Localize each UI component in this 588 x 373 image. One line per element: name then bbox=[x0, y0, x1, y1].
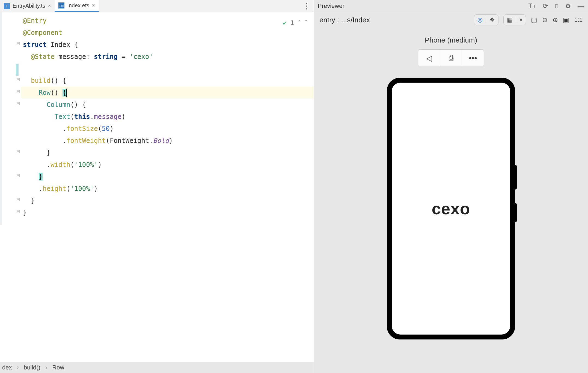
device-label: Phone (medium) bbox=[425, 36, 477, 44]
fold-icon[interactable]: ⊟ bbox=[16, 89, 21, 94]
bc-item[interactable]: build() bbox=[24, 364, 40, 371]
bc-item[interactable]: dex bbox=[2, 364, 12, 371]
code-line: } bbox=[21, 147, 314, 159]
code-line: .fontWeight(FontWeight.Bold) bbox=[21, 135, 314, 147]
fit-icon[interactable]: ▣ bbox=[563, 16, 569, 24]
tab-overflow-icon[interactable]: ⋮ bbox=[303, 1, 310, 10]
gear-icon[interactable]: ⚙ bbox=[565, 2, 571, 10]
chevron-right-icon: › bbox=[17, 364, 19, 371]
refresh-icon[interactable]: ⟳ bbox=[543, 2, 548, 10]
fold-icon[interactable]: ⊟ bbox=[16, 197, 21, 202]
code-line: struct Index { bbox=[21, 39, 314, 51]
device-dropdown[interactable]: ▦ ▾ bbox=[503, 14, 526, 25]
screen-text: cexo bbox=[432, 199, 470, 218]
breadcrumb[interactable]: dex › build() › Row bbox=[0, 362, 314, 373]
previewer-header: Previewer Tᴛ ⟳ ⎍ ⚙ — bbox=[314, 0, 588, 12]
code-line: Text(this.message) bbox=[21, 111, 314, 123]
tab-bar: T EntryAbility.ts × ETS Index.ets × ⋮ bbox=[0, 0, 314, 12]
fold-icon[interactable]: ⊟ bbox=[16, 77, 21, 82]
svg-text:T: T bbox=[6, 4, 8, 8]
fold-icon[interactable]: ⊟ bbox=[16, 41, 21, 46]
code-line: .height('100%') bbox=[21, 183, 314, 195]
grid-icon: ▦ bbox=[504, 15, 516, 25]
check-icon: ✔ bbox=[283, 17, 287, 29]
gutter: ⊟ ⊟ ⊟ ⊟ ⊟ ⊟ ⊟ ⊟ bbox=[0, 12, 21, 362]
close-icon[interactable]: × bbox=[92, 3, 95, 8]
previewer-canvas: Phone (medium) ◁ ⎙ ••• cexo bbox=[314, 28, 588, 373]
fold-icon[interactable]: ⊟ bbox=[16, 209, 21, 214]
crop-icon[interactable]: ▢ bbox=[531, 16, 537, 24]
editor-panel: T EntryAbility.ts × ETS Index.ets × ⋮ ⊟ … bbox=[0, 0, 314, 373]
fold-icon[interactable]: ⊟ bbox=[16, 101, 21, 106]
inspections-widget[interactable]: ✔ 1 ˄ ˅ bbox=[283, 17, 308, 29]
up-arrow-icon[interactable]: ˄ bbox=[298, 17, 301, 29]
code-line: } bbox=[21, 207, 314, 219]
minimize-icon[interactable]: — bbox=[578, 2, 584, 10]
tab-label: Index.ets bbox=[67, 2, 89, 9]
code-line: @Entry bbox=[21, 15, 314, 27]
zoom-out-icon[interactable]: ⊖ bbox=[542, 16, 548, 24]
chevron-down-icon: ▾ bbox=[516, 15, 526, 25]
ts-file-icon: T bbox=[4, 3, 10, 9]
fold-icon[interactable]: ⊟ bbox=[16, 149, 21, 154]
svg-text:ETS: ETS bbox=[59, 4, 64, 7]
previewer-title: Previewer bbox=[318, 2, 345, 10]
inspect-icon[interactable]: ◎ bbox=[474, 15, 486, 25]
phone-screen[interactable]: cexo bbox=[392, 83, 510, 335]
code-line: build() { bbox=[21, 75, 314, 87]
code-line: Row() { bbox=[21, 87, 314, 99]
previewer-tools: Tᴛ ⟳ ⎍ ⚙ — bbox=[528, 2, 584, 10]
code-line: @Component bbox=[21, 27, 314, 39]
more-icon[interactable]: ••• bbox=[462, 50, 484, 67]
chevron-right-icon: › bbox=[45, 364, 47, 371]
close-icon[interactable]: × bbox=[48, 3, 51, 9]
code-line bbox=[21, 63, 314, 75]
ets-file-icon: ETS bbox=[58, 2, 64, 8]
hint-count: 1 bbox=[290, 17, 294, 29]
fold-icon[interactable]: ⊟ bbox=[16, 173, 21, 178]
zoom-ratio: 1:1 bbox=[574, 16, 583, 23]
text-cursor bbox=[66, 89, 67, 97]
phone-side-button bbox=[514, 165, 517, 189]
code-area[interactable]: ✔ 1 ˄ ˅ @Entry @Component struct Index {… bbox=[21, 12, 314, 362]
code-line: .fontSize(50) bbox=[21, 123, 314, 135]
editor-body: ⊟ ⊟ ⊟ ⊟ ⊟ ⊟ ⊟ ⊟ ✔ 1 ˄ ˅ @Entry @Componen… bbox=[0, 12, 314, 362]
code-line: } bbox=[21, 195, 314, 207]
phone-frame: cexo bbox=[387, 78, 515, 339]
zoom-in-icon[interactable]: ⊕ bbox=[553, 16, 558, 24]
bc-item[interactable]: Row bbox=[52, 364, 64, 371]
layers-icon[interactable]: ❖ bbox=[486, 15, 498, 25]
tab-index[interactable]: ETS Index.ets × bbox=[55, 0, 99, 12]
rotate-icon[interactable]: ⎙ bbox=[440, 50, 462, 67]
previewer-subbar: entry : ...s/Index ◎ ❖ ▦ ▾ ▢ ⊖ ⊕ ▣ 1:1 bbox=[314, 12, 588, 28]
entry-label: entry : ...s/Index bbox=[319, 16, 370, 24]
code-line: } bbox=[21, 171, 314, 183]
code-line: Column() { bbox=[21, 99, 314, 111]
tab-label: EntryAbility.ts bbox=[13, 3, 45, 9]
phone-side-button bbox=[514, 203, 517, 222]
inspect-mode-toggle: ◎ ❖ bbox=[474, 14, 498, 25]
font-size-icon[interactable]: Tᴛ bbox=[528, 2, 536, 10]
back-icon[interactable]: ◁ bbox=[418, 50, 440, 67]
code-line: .width('100%') bbox=[21, 159, 314, 171]
plug-icon[interactable]: ⎍ bbox=[555, 2, 559, 10]
device-controls: ◁ ⎙ ••• bbox=[418, 49, 484, 67]
down-arrow-icon[interactable]: ˅ bbox=[305, 17, 308, 29]
code-line: @State message: string = 'cexo' bbox=[21, 51, 314, 63]
tab-entryability[interactable]: T EntryAbility.ts × bbox=[0, 0, 55, 12]
previewer-panel: Previewer Tᴛ ⟳ ⎍ ⚙ — entry : ...s/Index … bbox=[314, 0, 588, 373]
